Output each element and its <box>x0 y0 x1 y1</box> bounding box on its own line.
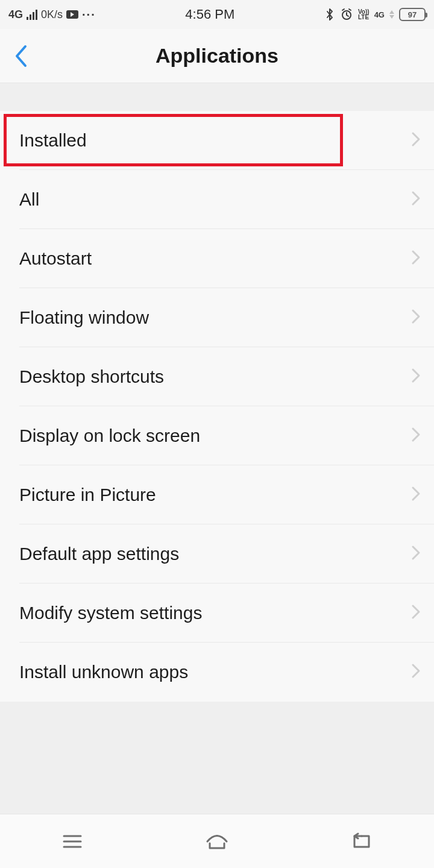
list-item-floating-window[interactable]: Floating window <box>0 288 434 347</box>
app-header: Applications <box>0 29 434 83</box>
list-item-display-lock-screen[interactable]: Display on lock screen <box>0 406 434 465</box>
volte-bottom: LTE <box>358 14 370 20</box>
network-speed: 0K/s <box>41 8 63 21</box>
item-label: Floating window <box>19 307 411 328</box>
item-label: All <box>19 189 411 210</box>
item-label: Display on lock screen <box>19 426 411 446</box>
item-label: Default app settings <box>19 544 411 564</box>
item-label: Desktop shortcuts <box>19 366 411 387</box>
chevron-left-icon <box>13 44 29 68</box>
volte-icon: Vo)) LTE <box>358 9 370 20</box>
network-type-2: 4G <box>374 10 385 19</box>
section-gap <box>0 83 434 111</box>
chevron-right-icon <box>411 190 421 209</box>
list-item-install-unknown-apps[interactable]: Install unknown apps <box>0 643 434 702</box>
page-title: Applications <box>0 44 434 68</box>
chevron-right-icon <box>411 427 421 445</box>
network-type: 4G <box>8 8 23 21</box>
item-label: Installed <box>19 130 411 151</box>
item-label: Install unknown apps <box>19 662 411 682</box>
chevron-right-icon <box>411 604 421 622</box>
more-notifications-icon: ··· <box>82 8 96 22</box>
list-item-installed[interactable]: Installed <box>0 111 434 170</box>
status-bar: 4G 0K/s ··· 4:56 PM Vo)) LTE 4G 97 <box>0 0 434 29</box>
battery-icon: 97 <box>399 8 426 21</box>
battery-level: 97 <box>408 10 417 19</box>
status-right: Vo)) LTE 4G 97 <box>324 8 426 21</box>
list-item-all[interactable]: All <box>0 170 434 229</box>
chevron-right-icon <box>411 663 421 681</box>
item-label: Picture in Picture <box>19 485 411 505</box>
list-item-modify-system-settings[interactable]: Modify system settings <box>0 583 434 643</box>
item-label: Autostart <box>19 248 411 269</box>
bluetooth-icon <box>324 8 335 21</box>
chevron-right-icon <box>411 131 421 149</box>
settings-list: Installed All Autostart Floating window … <box>0 111 434 702</box>
recent-apps-button[interactable] <box>36 823 108 860</box>
list-item-autostart[interactable]: Autostart <box>0 229 434 288</box>
data-arrows-icon <box>389 10 394 19</box>
chevron-right-icon <box>411 486 421 504</box>
status-clock: 4:56 PM <box>185 7 234 22</box>
system-navbar <box>0 814 434 868</box>
chevron-right-icon <box>411 368 421 386</box>
item-label: Modify system settings <box>19 603 411 623</box>
back-nav-button[interactable] <box>326 823 398 860</box>
chevron-right-icon <box>411 250 421 268</box>
video-icon <box>66 10 78 19</box>
chevron-right-icon <box>411 545 421 563</box>
back-button[interactable] <box>0 29 42 83</box>
status-left: 4G 0K/s ··· <box>8 8 96 22</box>
list-item-desktop-shortcuts[interactable]: Desktop shortcuts <box>0 347 434 406</box>
chevron-right-icon <box>411 309 421 327</box>
list-item-default-app-settings[interactable]: Default app settings <box>0 524 434 583</box>
alarm-icon <box>340 8 353 21</box>
home-button[interactable] <box>181 823 253 860</box>
signal-icon <box>27 9 37 20</box>
list-item-picture-in-picture[interactable]: Picture in Picture <box>0 465 434 524</box>
